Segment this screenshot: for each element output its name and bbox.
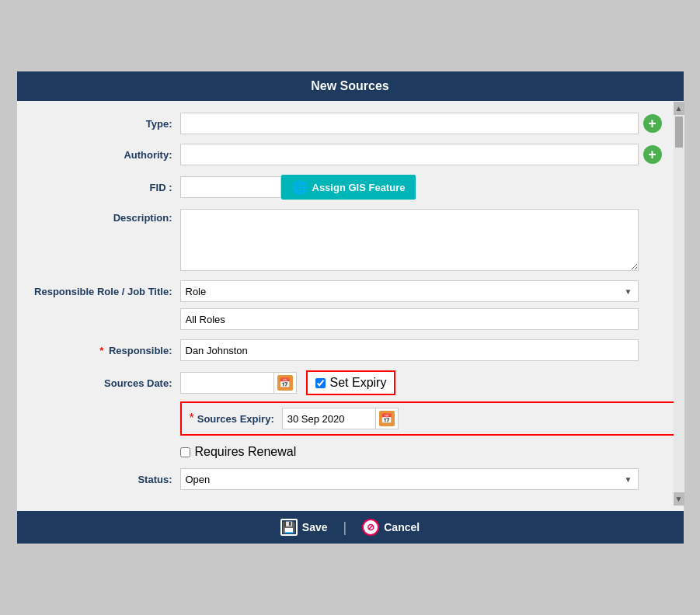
set-expiry-checkbox[interactable] bbox=[315, 378, 326, 388]
save-icon: 💾 bbox=[280, 519, 298, 536]
type-row: Type: + bbox=[25, 113, 676, 134]
status-select-wrapper: Open bbox=[180, 468, 639, 490]
responsible-label: * Responsible: bbox=[25, 345, 180, 356]
role-select[interactable]: Role bbox=[180, 280, 639, 302]
sources-expiry-calendar-icon: 📅 bbox=[379, 411, 395, 426]
cancel-button[interactable]: ⊘ Cancel bbox=[362, 519, 420, 536]
footer-divider: | bbox=[343, 519, 347, 536]
responsible-label-text: Responsible: bbox=[109, 345, 172, 356]
assign-gis-button[interactable]: 🌐 Assign GIS Feature bbox=[281, 175, 416, 200]
role-select-wrapper: Role bbox=[180, 280, 639, 302]
responsible-row: * Responsible: bbox=[25, 339, 676, 361]
requires-renewal-row: Requires Renewal bbox=[180, 445, 676, 459]
assign-gis-label: Assign GIS Feature bbox=[312, 182, 406, 193]
sources-date-row: Sources Date: 📅 Set Expiry bbox=[25, 370, 676, 395]
save-button[interactable]: 💾 Save bbox=[280, 519, 328, 536]
authority-row: Authority: + bbox=[25, 144, 676, 165]
scroll-thumb[interactable] bbox=[675, 116, 683, 148]
sources-date-input[interactable] bbox=[180, 372, 273, 394]
status-label: Status: bbox=[25, 474, 180, 485]
scrollbar[interactable]: ▲ ▼ bbox=[674, 102, 684, 506]
cancel-icon: ⊘ bbox=[362, 519, 379, 536]
sources-date-label: Sources Date: bbox=[25, 377, 180, 389]
sources-expiry-input[interactable] bbox=[282, 408, 375, 429]
sources-expiry-label: Sources Expiry: bbox=[197, 413, 274, 425]
dialog-footer: 💾 Save | ⊘ Cancel bbox=[17, 511, 684, 544]
fid-input[interactable] bbox=[180, 176, 281, 198]
description-input[interactable] bbox=[180, 209, 639, 271]
scroll-down-arrow[interactable]: ▼ bbox=[674, 492, 684, 506]
new-sources-dialog: New Sources Type: + Authority: + FID : bbox=[16, 71, 684, 544]
responsible-role-select-row: Responsible Role / Job Title: Role bbox=[25, 280, 676, 302]
responsible-role-label: Responsible Role / Job Title: bbox=[25, 286, 180, 297]
scroll-track bbox=[674, 115, 684, 492]
description-label: Description: bbox=[25, 212, 180, 224]
requires-renewal-checkbox[interactable] bbox=[180, 447, 190, 457]
sources-expiry-highlighted-row: * Sources Expiry: 📅 bbox=[180, 401, 676, 436]
fid-label: FID : bbox=[25, 182, 180, 193]
sources-date-calendar-button[interactable]: 📅 bbox=[273, 372, 297, 394]
sources-expiry-required-star: * bbox=[190, 412, 194, 426]
set-expiry-label: Set Expiry bbox=[330, 376, 387, 390]
type-label: Type: bbox=[25, 118, 180, 130]
description-row: Description: bbox=[25, 209, 676, 271]
all-roles-row bbox=[25, 305, 676, 330]
requires-renewal-label: Requires Renewal bbox=[195, 445, 297, 459]
required-star: * bbox=[99, 345, 103, 356]
status-row: Status: Open bbox=[25, 468, 676, 490]
status-select[interactable]: Open bbox=[180, 468, 639, 490]
responsible-role-row: Responsible Role / Job Title: Role bbox=[25, 280, 676, 330]
cancel-label: Cancel bbox=[384, 521, 420, 533]
authority-label: Authority: bbox=[25, 149, 180, 161]
all-roles-input[interactable] bbox=[180, 308, 639, 330]
date-input-group: 📅 bbox=[180, 372, 297, 394]
globe-icon: 🌐 bbox=[292, 180, 308, 195]
set-expiry-area: Set Expiry bbox=[306, 370, 396, 395]
calendar-icon: 📅 bbox=[277, 375, 293, 391]
sources-expiry-calendar-button[interactable]: 📅 bbox=[375, 408, 399, 429]
dialog-body: Type: + Authority: + FID : 🌐 Assign GIS … bbox=[17, 101, 684, 511]
dialog-title: New Sources bbox=[17, 71, 684, 101]
sources-expiry-input-group: 📅 bbox=[282, 408, 399, 429]
scroll-up-arrow[interactable]: ▲ bbox=[674, 102, 684, 115]
responsible-input[interactable] bbox=[180, 339, 639, 361]
authority-input[interactable] bbox=[180, 144, 639, 165]
fid-row: FID : 🌐 Assign GIS Feature bbox=[25, 175, 676, 200]
type-add-button[interactable]: + bbox=[643, 114, 662, 133]
save-label: Save bbox=[302, 521, 328, 533]
authority-add-button[interactable]: + bbox=[643, 145, 662, 164]
dialog-title-text: New Sources bbox=[311, 79, 388, 92]
type-input[interactable] bbox=[180, 113, 639, 134]
